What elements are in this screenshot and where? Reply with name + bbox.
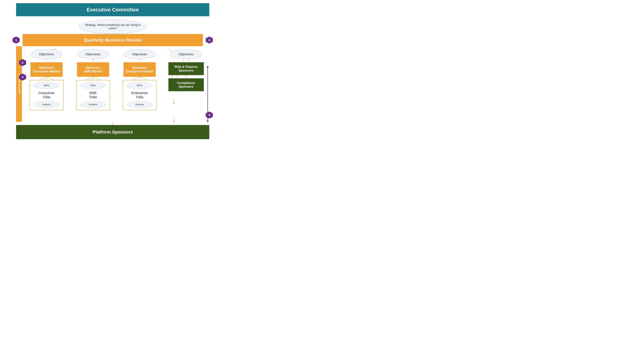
fan-svg-3 — [123, 77, 156, 80]
column-right: Objectives Risk & Finance Sponsors Compl… — [163, 46, 209, 122]
column-sme: Objectives Sponsors SME Market KPIs SME … — [70, 46, 116, 122]
objectives-ellipse-4: Objectives — [170, 49, 202, 59]
connector-riskfinance-compliance — [186, 75, 186, 78]
strategy-ellipse: Strategy: Which problem(s) are we trying… — [79, 19, 146, 34]
objectives-ellipse-1: Objectives — [30, 49, 63, 59]
tribe-container-consumer: KPIs Consumer Tribe Actions — [30, 80, 64, 110]
svg-line-45 — [132, 77, 140, 80]
actions-ellipse-enterprise: Actions — [127, 101, 152, 108]
fan-svg-2 — [76, 77, 110, 80]
right-col-connectors — [184, 59, 189, 62]
sponsors-enterprise-box: Sponsors Enterprise Market — [124, 62, 156, 77]
strategy-text: Strategy: Which problem(s) are we trying… — [84, 23, 142, 30]
connector-obj-sponsor-2 — [93, 59, 93, 62]
connector-to-platform — [113, 122, 113, 125]
columns-area: Agile Ceremonies 2 3 Objectives Sponsors… — [16, 46, 209, 122]
objectives-ellipse-2: Objectives — [77, 49, 109, 59]
main-container: Executive Committee Strategy: Which prob… — [0, 0, 226, 145]
tribe-container-sme: KPIs SME Tribe Actions — [76, 80, 110, 110]
compliance-box: Compliance Sponsors — [168, 78, 204, 91]
platform-title: Platform Sponsors — [92, 129, 133, 134]
tribe-name-enterprise: Enterprise Tribe — [132, 90, 148, 100]
sponsors-sme-box: Sponsors SME Market — [77, 62, 109, 77]
objectives-ellipse-3: Objectives — [124, 49, 156, 59]
column-enterprise: Objectives Sponsors Enterprise Market KP… — [116, 46, 163, 122]
tribe-container-enterprise: KPIs Enterprise Tribe Actions — [123, 80, 156, 110]
risk-finance-box: Risk & Finance Sponsors — [168, 62, 204, 75]
badge-1: 1 — [12, 36, 20, 44]
qbr-title: Quarterly Business Review — [84, 37, 142, 42]
fan-svg-1 — [30, 77, 64, 80]
connector-obj-sponsor-1 — [46, 59, 47, 62]
fan-connector-1 — [30, 77, 64, 80]
svg-line-39 — [39, 77, 46, 80]
svg-line-47 — [140, 77, 147, 80]
kpis-ellipse-enterprise: KPIs — [127, 82, 152, 89]
fan-connector-2 — [76, 77, 110, 80]
exec-committee-title: Executive Committee — [86, 7, 139, 12]
svg-line-42 — [86, 77, 93, 80]
actions-ellipse-consumer: Actions — [34, 101, 60, 108]
strategy-row: Strategy: Which problem(s) are we trying… — [10, 19, 216, 34]
column-consumer: Objectives Sponsors Consumer Market KPIs — [23, 46, 70, 122]
qbr-bar: Quarterly Business Review — [22, 34, 203, 46]
kpis-ellipse-consumer: KPIs — [34, 82, 60, 89]
tribe-name-consumer: Consumer Tribe — [38, 90, 54, 100]
actions-ellipse-sme: Actions — [80, 101, 106, 108]
kpis-ellipse-sme: KPIs — [80, 82, 106, 89]
platform-bar: Platform Sponsors — [16, 125, 209, 139]
badge-4-top: 4 — [206, 36, 213, 44]
connector-obj-sponsor-3 — [140, 59, 140, 62]
svg-line-41 — [46, 77, 54, 80]
agile-ceremonies-bar: Agile Ceremonies — [16, 46, 22, 122]
exec-committee-header: Executive Committee — [16, 3, 209, 16]
tribe-name-sme: SME Tribe — [89, 90, 97, 100]
svg-line-44 — [93, 77, 100, 80]
fan-connector-3 — [123, 77, 156, 80]
sponsors-consumer-box: Sponsors Consumer Market — [30, 62, 63, 77]
